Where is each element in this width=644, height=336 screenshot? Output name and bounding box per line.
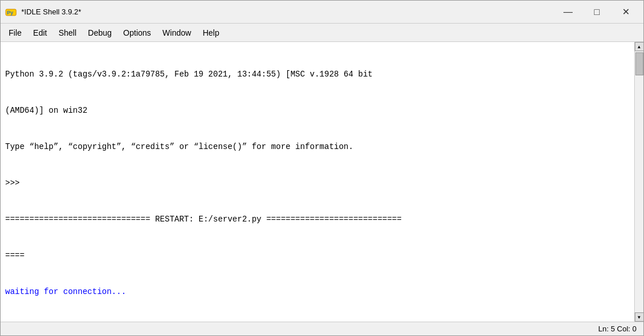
scroll-thumb[interactable] [635,52,643,75]
menu-edit[interactable]: Edit [28,26,53,40]
app-icon: Py [5,6,17,18]
window-controls: — □ ✕ [555,3,639,21]
menu-bar: File Edit Shell Debug Options Window Hel… [1,24,643,42]
menu-help[interactable]: Help [197,26,225,40]
menu-debug[interactable]: Debug [82,26,117,40]
close-button[interactable]: ✕ [612,3,639,21]
svg-text:Py: Py [7,10,13,16]
scrollbar[interactable]: ▲ ▼ [634,42,643,322]
scroll-up-arrow[interactable]: ▲ [635,42,644,51]
minimize-button[interactable]: — [555,3,581,21]
maximize-button[interactable]: □ [584,3,610,21]
restart-line1: ============================== RESTART: … [5,213,630,226]
status-bar: Ln: 5 Col: 0 [1,322,643,335]
python-info-line: Type “help”, “copyright”, “credits” or “… [5,141,630,153]
idle-window: Py *IDLE Shell 3.9.2* — □ ✕ File Edit Sh… [0,0,644,336]
ln-col-status: Ln: 5 Col: 0 [599,324,637,333]
menu-file[interactable]: File [3,26,28,40]
scroll-down-arrow[interactable]: ▼ [635,312,644,322]
menu-options[interactable]: Options [117,26,157,40]
title-bar: Py *IDLE Shell 3.9.2* — □ ✕ [1,1,643,24]
python-version-line2: (AMD64)] on win32 [5,105,630,117]
shell-output[interactable]: Python 3.9.2 (tags/v3.9.2:1a79785, Feb 1… [1,42,634,322]
window-title: *IDLE Shell 3.9.2* [21,7,555,16]
menu-shell[interactable]: Shell [53,26,82,40]
menu-window[interactable]: Window [157,26,197,40]
python-version-line1: Python 3.9.2 (tags/v3.9.2:1a79785, Feb 1… [5,68,630,81]
output-line: waiting for connection... [5,286,630,298]
shell-container: Python 3.9.2 (tags/v3.9.2:1a79785, Feb 1… [1,42,643,322]
prompt-line: >>> [5,177,630,189]
restart-line2: ==== [5,250,630,262]
